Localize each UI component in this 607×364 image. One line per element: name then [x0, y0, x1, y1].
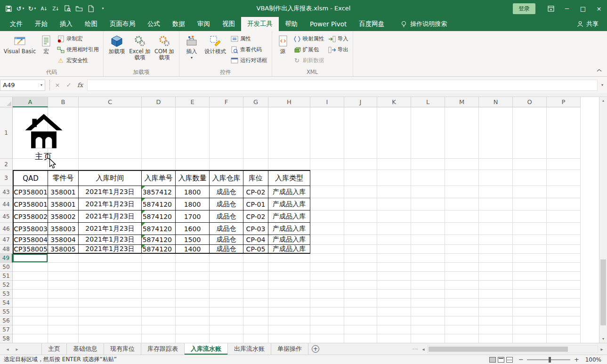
cell[interactable]: 1500: [176, 235, 210, 245]
new-sheet-button[interactable]: +: [308, 343, 323, 355]
cell[interactable]: 1400: [176, 245, 210, 254]
cell[interactable]: [377, 223, 411, 235]
cell[interactable]: [377, 245, 411, 254]
open-button[interactable]: [73, 2, 85, 15]
cell[interactable]: [411, 325, 445, 334]
cell[interactable]: 1800: [176, 198, 210, 210]
row-header[interactable]: 2: [0, 159, 13, 170]
cell[interactable]: [445, 307, 479, 316]
cell[interactable]: [79, 307, 142, 316]
cell[interactable]: [310, 170, 344, 186]
cell[interactable]: 358002: [48, 210, 79, 223]
column-header[interactable]: E: [176, 97, 210, 107]
column-header[interactable]: M: [445, 97, 479, 107]
com-addins-button[interactable]: COM 加载项: [152, 32, 177, 68]
customize-quick-access-button[interactable]: ▾: [97, 2, 108, 15]
cell[interactable]: [344, 299, 377, 307]
cell[interactable]: [176, 263, 210, 272]
cell[interactable]: [547, 272, 581, 281]
cell[interactable]: 入库类型: [268, 170, 310, 186]
cell[interactable]: [547, 223, 581, 235]
cell[interactable]: [176, 334, 210, 343]
ribbon-tab[interactable]: 公式: [141, 17, 166, 31]
cell[interactable]: 358001: [48, 186, 79, 198]
cell[interactable]: [547, 334, 581, 343]
cell[interactable]: [445, 107, 479, 159]
cell[interactable]: 358004: [48, 235, 79, 245]
sheet-tab[interactable]: 主页: [41, 343, 67, 355]
maximize-button[interactable]: □: [575, 0, 591, 17]
row-header[interactable]: 43: [0, 186, 13, 198]
cell[interactable]: 2021年1月23日: [79, 210, 142, 223]
cell[interactable]: [79, 272, 142, 281]
record-macro-button[interactable]: 录制宏: [55, 33, 101, 44]
cell[interactable]: 产成品入库: [268, 223, 310, 235]
cell[interactable]: [377, 299, 411, 307]
refresh-data-button[interactable]: ↻ 刷新数据: [291, 55, 326, 66]
cell[interactable]: [310, 254, 344, 263]
column-header[interactable]: B: [48, 97, 79, 107]
cell[interactable]: 产成品入库: [268, 210, 310, 223]
cell[interactable]: [411, 307, 445, 316]
cell[interactable]: [479, 245, 513, 254]
cell[interactable]: [513, 316, 547, 325]
row-header[interactable]: 44: [0, 198, 13, 210]
cell[interactable]: [310, 299, 344, 307]
cell[interactable]: [479, 334, 513, 343]
cell[interactable]: 2021年1月23日: [79, 223, 142, 235]
cell[interactable]: [547, 186, 581, 198]
horizontal-scrollbar-track[interactable]: [427, 345, 598, 353]
cell[interactable]: [344, 325, 377, 334]
cell[interactable]: [377, 198, 411, 210]
cell[interactable]: [310, 186, 344, 198]
cell[interactable]: 5874120: [142, 235, 176, 245]
cell[interactable]: [411, 334, 445, 343]
cell[interactable]: [79, 107, 142, 159]
cell[interactable]: 5874120: [142, 210, 176, 223]
cell[interactable]: 零件号: [48, 170, 79, 186]
cell[interactable]: [344, 159, 377, 170]
column-header[interactable]: N: [479, 97, 513, 107]
cell[interactable]: [13, 325, 48, 334]
cell[interactable]: [176, 290, 210, 299]
sort-ascending-button[interactable]: A↓: [38, 2, 49, 15]
cell[interactable]: [445, 272, 479, 281]
cell[interactable]: [310, 263, 344, 272]
row-header[interactable]: 45: [0, 210, 13, 223]
cell[interactable]: [547, 107, 581, 159]
cell[interactable]: [310, 272, 344, 281]
cell[interactable]: [513, 281, 547, 290]
cell[interactable]: [48, 263, 79, 272]
ribbon-tab[interactable]: 开始: [29, 17, 54, 31]
name-box-dropdown-icon[interactable]: ▾: [38, 83, 42, 87]
cell[interactable]: [79, 263, 142, 272]
cell[interactable]: 358003: [48, 223, 79, 235]
properties-button[interactable]: 属性: [229, 33, 269, 44]
cell[interactable]: [13, 334, 48, 343]
cell[interactable]: [344, 186, 377, 198]
cell[interactable]: [310, 223, 344, 235]
vertical-scrollbar[interactable]: ▴ ▾: [599, 97, 607, 343]
cell[interactable]: CP-03: [243, 223, 268, 235]
column-header[interactable]: C: [79, 97, 142, 107]
cell[interactable]: [13, 307, 48, 316]
cell[interactable]: [445, 281, 479, 290]
cell[interactable]: [445, 223, 479, 235]
cell[interactable]: CP358005: [13, 245, 48, 254]
cell[interactable]: [513, 254, 547, 263]
ribbon-tab[interactable]: 数据: [166, 17, 191, 31]
cell[interactable]: [48, 325, 79, 334]
cell[interactable]: 1600: [176, 223, 210, 235]
zoom-out-button[interactable]: −: [518, 356, 523, 363]
scroll-right-icon[interactable]: ▸: [598, 347, 606, 352]
cell[interactable]: 5874120: [142, 245, 176, 254]
cell[interactable]: [268, 299, 310, 307]
cell[interactable]: [411, 210, 445, 223]
cell[interactable]: [411, 170, 445, 186]
cell[interactable]: [268, 107, 310, 159]
cell[interactable]: 成品仓: [210, 245, 243, 254]
cell[interactable]: [513, 299, 547, 307]
row-header[interactable]: 1: [0, 107, 13, 159]
cell[interactable]: [479, 235, 513, 245]
redo-button[interactable]: ↻▾: [26, 2, 38, 15]
